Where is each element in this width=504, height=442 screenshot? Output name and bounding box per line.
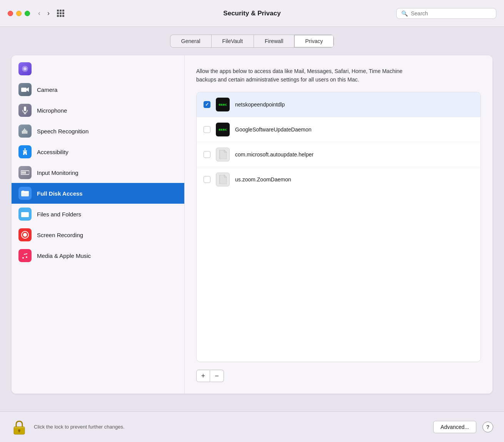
- screen-recording-icon: [18, 228, 32, 241]
- sidebar: Camera Microphone: [12, 55, 185, 394]
- app-name-zoom: us.zoom.ZoomDaemon: [235, 176, 291, 183]
- tabs: General FileVault Firewall Privacy: [12, 35, 492, 48]
- add-app-button[interactable]: +: [196, 370, 210, 382]
- svg-rect-7: [22, 131, 23, 134]
- svg-rect-8: [23, 130, 24, 134]
- sidebar-item-media-apple-music[interactable]: Media & Apple Music: [12, 245, 184, 266]
- media-apple-music-icon: [18, 249, 32, 262]
- svg-rect-16: [24, 171, 25, 174]
- search-icon: 🔍: [401, 10, 408, 17]
- full-disk-access-label: Full Disk Access: [37, 190, 83, 197]
- full-disk-access-icon: [18, 187, 32, 200]
- top-icon: [18, 62, 32, 75]
- description-text: Allow the apps below to access data like…: [196, 67, 412, 84]
- svg-rect-14: [22, 171, 22, 174]
- app-row-google[interactable]: exec GoogleSoftwareUpdateDaemon: [197, 117, 481, 142]
- help-button[interactable]: ?: [482, 422, 493, 432]
- svg-point-24: [23, 233, 27, 237]
- app-name-netskope: netskopeendpointdlp: [235, 101, 285, 108]
- svg-rect-28: [14, 427, 25, 428]
- speech-recognition-icon: [18, 125, 32, 138]
- svg-rect-2: [21, 88, 27, 92]
- search-input[interactable]: [411, 10, 491, 17]
- titlebar: ‹ › Security & Privacy 🔍: [0, 0, 504, 27]
- lock-button[interactable]: [11, 419, 28, 435]
- files-folders-icon: [18, 208, 32, 221]
- sidebar-item-input-monitoring[interactable]: Input Monitoring: [12, 162, 184, 183]
- app-row-microsoft[interactable]: com.microsoft.autoupdate.helper: [197, 142, 481, 167]
- minimize-button[interactable]: [16, 11, 22, 16]
- right-panel: Allow the apps below to access data like…: [185, 55, 492, 394]
- svg-rect-10: [25, 130, 26, 134]
- app-row-netskope[interactable]: exec netskopeendpointdlp: [197, 92, 481, 117]
- microphone-icon: [18, 104, 32, 117]
- microphone-label: Microphone: [37, 107, 67, 114]
- sidebar-item-microphone[interactable]: Microphone: [12, 100, 184, 121]
- checkbox-netskope[interactable]: [204, 101, 210, 108]
- forward-button[interactable]: ›: [45, 8, 52, 18]
- app-icon-netskope: exec: [216, 98, 230, 111]
- sidebar-item-screen-recording[interactable]: Screen Recording: [12, 224, 184, 245]
- checkbox-microsoft[interactable]: [204, 151, 210, 158]
- speech-recognition-label: Speech Recognition: [37, 128, 88, 135]
- input-monitoring-label: Input Monitoring: [37, 169, 78, 176]
- remove-app-button[interactable]: −: [210, 370, 224, 382]
- svg-rect-22: [21, 212, 24, 213]
- zoom-button[interactable]: [25, 11, 30, 16]
- search-box[interactable]: 🔍: [396, 8, 496, 19]
- sidebar-item-camera[interactable]: Camera: [12, 79, 184, 100]
- tab-general[interactable]: General: [170, 35, 212, 47]
- camera-label: Camera: [37, 86, 57, 93]
- panel: Camera Microphone: [12, 55, 492, 394]
- window-title: Security & Privacy: [223, 10, 280, 17]
- app-row-zoom[interactable]: us.zoom.ZoomDaemon: [197, 167, 481, 192]
- sidebar-item-accessibility[interactable]: Accessibility: [12, 141, 184, 162]
- tab-filevault[interactable]: FileVault: [212, 35, 254, 47]
- app-grid-button[interactable]: [57, 10, 65, 17]
- svg-point-12: [24, 148, 26, 150]
- camera-icon: [18, 83, 32, 96]
- svg-marker-3: [27, 87, 29, 92]
- tab-privacy[interactable]: Privacy: [294, 35, 334, 47]
- files-folders-label: Files and Folders: [37, 211, 81, 218]
- app-icon-microsoft: [216, 148, 230, 161]
- traffic-lights: [8, 11, 30, 16]
- input-monitoring-icon: [18, 166, 32, 179]
- sidebar-item-full-disk-access[interactable]: Full Disk Access: [12, 183, 184, 204]
- svg-rect-15: [23, 171, 23, 174]
- accessibility-label: Accessibility: [37, 149, 68, 155]
- svg-rect-9: [24, 128, 25, 134]
- app-name-google: GoogleSoftwareUpdateDaemon: [235, 126, 311, 133]
- tab-group: General FileVault Firewall Privacy: [170, 35, 334, 48]
- app-name-microsoft: com.microsoft.autoupdate.helper: [235, 151, 314, 158]
- svg-rect-20: [22, 191, 24, 192]
- lock-status-text: Click the lock to prevent further change…: [34, 424, 427, 430]
- main-content: General FileVault Firewall Privacy: [0, 27, 504, 411]
- nav-buttons: ‹ ›: [36, 8, 52, 18]
- list-actions: + −: [196, 370, 481, 382]
- app-list: exec netskopeendpointdlp exec GoogleSoft…: [196, 92, 481, 362]
- svg-rect-4: [24, 106, 26, 111]
- app-icon-zoom: [216, 173, 230, 186]
- media-apple-music-label: Media & Apple Music: [37, 253, 91, 259]
- sidebar-item-files-and-folders[interactable]: Files and Folders: [12, 204, 184, 224]
- bottom-bar: Click the lock to prevent further change…: [0, 411, 504, 442]
- back-button[interactable]: ‹: [36, 8, 42, 18]
- accessibility-icon: [18, 145, 32, 158]
- sidebar-item-top[interactable]: [12, 58, 184, 79]
- advanced-button[interactable]: Advanced...: [433, 421, 476, 433]
- sidebar-item-speech-recognition[interactable]: Speech Recognition: [12, 121, 184, 141]
- svg-rect-11: [27, 131, 27, 134]
- svg-rect-27: [19, 430, 20, 432]
- tab-firewall[interactable]: Firewall: [254, 35, 294, 47]
- screen-recording-label: Screen Recording: [37, 232, 83, 238]
- app-icon-google: exec: [216, 123, 230, 136]
- checkbox-zoom[interactable]: [204, 176, 210, 183]
- close-button[interactable]: [8, 11, 13, 16]
- svg-rect-17: [25, 171, 26, 174]
- checkbox-google[interactable]: [204, 126, 210, 133]
- svg-point-1: [23, 67, 27, 70]
